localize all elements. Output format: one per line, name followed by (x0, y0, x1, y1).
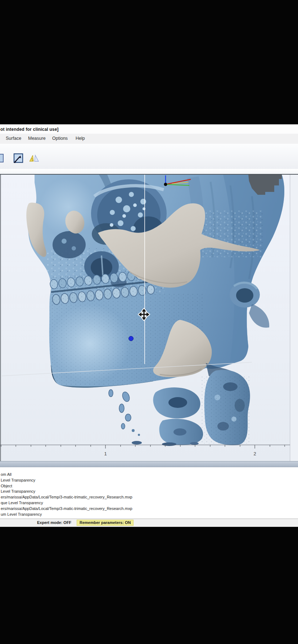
ruler-label-1: 1 (104, 451, 107, 456)
partial-tool-icon[interactable] (0, 153, 4, 164)
menu-bar: Surface Measure Options Help (0, 134, 298, 144)
log-line: Level Transparency (1, 489, 298, 494)
3d-scene: 1 2 (0, 175, 298, 461)
log-line: ers/marissa/AppData/Local/Temp/3-matic-t… (1, 494, 298, 500)
window-title: ot intended for clinical use] (0, 127, 59, 132)
menu-help[interactable]: Help (76, 136, 85, 141)
title-bar: ot intended for clinical use] (0, 125, 298, 134)
menu-options[interactable]: Options (52, 136, 68, 141)
log-line: que Level Transparency (1, 500, 298, 506)
toolbar-lower-strip (0, 169, 298, 174)
log-line: ers/marissa/AppData/Local/Temp/3-matic-t… (1, 506, 298, 512)
tool-bar (0, 144, 298, 169)
log-line: Level Transparency (1, 478, 298, 483)
horizontal-scrollbar[interactable] (0, 461, 298, 467)
remember-parameters-badge: Remember parameters: ON (77, 520, 134, 526)
log-line: Object (1, 483, 298, 489)
menu-surface[interactable]: Surface (6, 136, 21, 141)
ruler-label-2: 2 (253, 451, 256, 456)
log-panel[interactable]: om All Level Transparency Object Level T… (0, 467, 298, 519)
3d-viewport[interactable]: 1 2 (0, 175, 298, 461)
log-line: um Level Transparency (1, 512, 298, 518)
app-window: ot intended for clinical use] Surface Me… (0, 124, 298, 527)
phone-letterboxed-screenshot: ot intended for clinical use] Surface Me… (0, 0, 298, 644)
expert-mode-status: Expert mode: OFF (37, 520, 71, 525)
landmark-point[interactable] (129, 336, 134, 341)
status-bar: Expert mode: OFF Remember parameters: ON (0, 519, 298, 527)
mirror-triangles-icon[interactable] (29, 154, 39, 163)
menu-measure[interactable]: Measure (28, 136, 46, 141)
log-line: om All (1, 472, 298, 478)
zoom-region-icon[interactable] (13, 153, 24, 165)
